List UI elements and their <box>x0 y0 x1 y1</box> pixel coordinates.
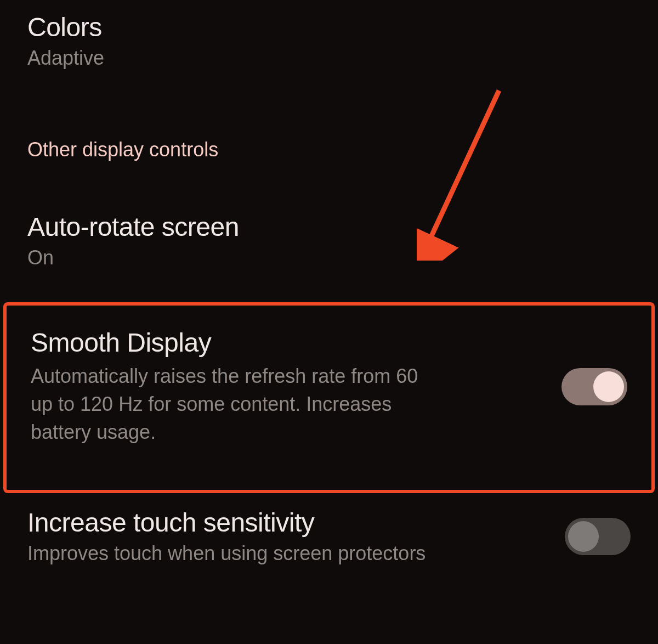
touch-sensitivity-toggle[interactable] <box>565 518 631 555</box>
highlight-annotation: Smooth Display Automatically raises the … <box>3 302 655 493</box>
smooth-display-title: Smooth Display <box>31 327 442 358</box>
touch-sensitivity-description: Improves touch when using screen protect… <box>27 542 426 565</box>
auto-rotate-setting[interactable]: Auto-rotate screen On <box>0 212 658 269</box>
colors-value: Adaptive <box>27 47 631 70</box>
toggle-thumb <box>593 371 624 402</box>
colors-setting[interactable]: Colors Adaptive <box>0 0 658 70</box>
toggle-thumb <box>568 521 599 552</box>
auto-rotate-title: Auto-rotate screen <box>27 212 631 242</box>
touch-sensitivity-title: Increase touch sensitivity <box>27 507 426 538</box>
colors-title: Colors <box>27 12 631 42</box>
touch-sensitivity-setting[interactable]: Increase touch sensitivity Improves touc… <box>0 507 658 565</box>
section-header-other-controls: Other display controls <box>0 138 658 161</box>
smooth-display-description: Automatically raises the refresh rate fr… <box>31 362 442 446</box>
auto-rotate-value: On <box>27 246 631 269</box>
smooth-display-setting[interactable]: Smooth Display Automatically raises the … <box>31 327 627 446</box>
smooth-display-toggle[interactable] <box>561 368 627 405</box>
